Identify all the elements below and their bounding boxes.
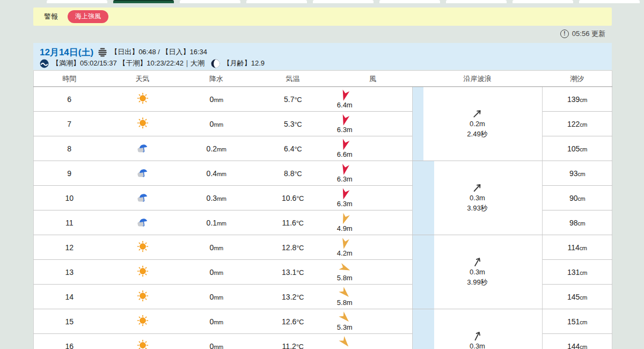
- rain-umbrella-icon: [136, 167, 149, 178]
- info-icon[interactable]: !: [560, 30, 569, 38]
- wind-speed: 6.3m: [337, 176, 353, 183]
- wind-direction-arrow: 6.3m: [306, 164, 384, 183]
- wind-cell: 4.2m: [333, 235, 413, 260]
- weather-cell: [105, 334, 180, 349]
- time-cell: 9: [34, 161, 105, 186]
- tide-wave-icon: [40, 59, 49, 68]
- tide-cell: 105cm: [543, 136, 612, 161]
- tide-times: 【満潮】05:02/15:37 【干潮】10:23/22:42｜大潮: [52, 59, 204, 68]
- forecast-row-hour-6: 6 0mm5.7°C6.4m0.2m2.49秒139cm: [34, 87, 612, 112]
- precipitation-cell: 0mm: [180, 285, 253, 309]
- top-tab[interactable]: [379, 0, 440, 3]
- time-cell: 6: [34, 87, 105, 112]
- col-header-temperature: 気温: [253, 71, 333, 87]
- wind-speed: 6.6m: [337, 151, 353, 158]
- top-tab[interactable]: [246, 0, 307, 3]
- moon-phase-icon: [211, 59, 220, 68]
- weather-cell: [105, 161, 180, 186]
- time-cell: 13: [34, 260, 105, 285]
- date-header: 12月14日(土) 【日出】06:48 / 【日入】16:34 【満潮】05:0…: [33, 43, 612, 70]
- top-tab[interactable]: [180, 0, 240, 3]
- tide-cell: 114cm: [543, 235, 612, 260]
- sun-icon: [137, 241, 149, 252]
- weather-cell: [105, 235, 180, 260]
- wind-direction-arrow: 4.2m: [306, 337, 384, 349]
- wave-direction-arrow: [471, 256, 484, 268]
- weather-cell: [105, 309, 180, 334]
- tide-cell: 93cm: [543, 161, 612, 186]
- table-header-row: 時間 天気 降水 気温 風 沿岸波浪 潮汐: [34, 71, 612, 87]
- sunrise-icon: [98, 47, 107, 57]
- precipitation-cell: 0mm: [180, 87, 253, 112]
- precipitation-cell: 0mm: [180, 309, 253, 334]
- wind-cell: 6.3m: [333, 112, 413, 136]
- weather-cell: [105, 186, 180, 210]
- sun-icon: [137, 265, 149, 277]
- wave-direction-arrow: [472, 108, 482, 119]
- tide-cell: 131cm: [543, 260, 612, 285]
- forecast-row-hour-12: 12 0mm12.8°C4.2m0.3m3.99秒114cm: [34, 235, 612, 260]
- tide-cell: 122cm: [543, 112, 612, 136]
- wind-speed: 5.3m: [337, 324, 353, 331]
- wind-direction-arrow: 6.6m: [306, 139, 384, 158]
- tide-cell: 144cm: [543, 334, 612, 349]
- top-tab-active[interactable]: [113, 0, 174, 3]
- wind-direction-arrow: 4.2m: [306, 238, 384, 257]
- col-header-tide: 潮汐: [543, 71, 612, 87]
- precipitation-cell: 0.1mm: [180, 210, 253, 235]
- time-cell: 10: [34, 186, 105, 210]
- sun-icon: [137, 315, 149, 326]
- time-cell: 16: [34, 334, 105, 349]
- wave-height: 0.3m: [470, 267, 485, 277]
- top-tab[interactable]: [446, 0, 507, 3]
- time-cell: 12: [34, 235, 105, 260]
- wind-cell: 5.3m: [333, 309, 413, 334]
- moon-age: 【月齢】12.9: [223, 59, 265, 68]
- rain-umbrella-icon: [136, 142, 149, 154]
- alert-label: 警報: [44, 12, 58, 21]
- wind-cell: 4.9m: [333, 210, 413, 235]
- weather-cell: [105, 87, 180, 112]
- wind-cell: 5.8m: [333, 260, 413, 285]
- wind-cell: 6.4m: [333, 87, 413, 112]
- wind-direction-arrow: 6.3m: [306, 114, 384, 133]
- top-tab[interactable]: [47, 0, 107, 3]
- top-tab[interactable]: [313, 0, 374, 3]
- sun-icon: [137, 117, 149, 129]
- forecast-row-hour-15: 15 0mm12.6°C5.3m0.3m4.2秒151cm: [34, 309, 612, 334]
- top-tab[interactable]: [513, 0, 573, 3]
- wind-direction-arrow: 5.8m: [306, 263, 384, 281]
- weather-cell: [105, 136, 180, 161]
- precipitation-cell: 0mm: [180, 235, 253, 260]
- tide-cell: 151cm: [543, 309, 612, 334]
- alert-badge-strong-wind[interactable]: 海上強風: [68, 10, 108, 23]
- precipitation-cell: 0mm: [180, 260, 253, 285]
- wind-cell: 6.3m: [333, 161, 413, 186]
- time-cell: 7: [34, 112, 105, 136]
- col-header-weather: 天気: [105, 71, 180, 87]
- wave-period: 3.99秒: [467, 278, 487, 287]
- precipitation-cell: 0.4mm: [180, 161, 253, 186]
- sun-icon: [137, 92, 149, 104]
- wind-speed: 6.3m: [337, 200, 353, 207]
- wind-speed: 5.8m: [337, 299, 353, 306]
- wind-cell: 6.3m: [333, 186, 413, 210]
- col-header-time: 時間: [34, 71, 105, 87]
- wind-direction-arrow: 6.3m: [306, 188, 384, 207]
- tide-cell: 145cm: [543, 285, 612, 309]
- wind-cell: 4.2m: [333, 334, 413, 349]
- wave-height: 0.3m: [470, 193, 485, 203]
- forecast-row-hour-9: 9 0.4mm8.8°C6.3m0.3m3.93秒93cm: [34, 161, 612, 186]
- weather-cell: [105, 210, 180, 235]
- wave-period: 3.93秒: [467, 203, 487, 213]
- update-time-label: 05:56 更新: [572, 29, 605, 39]
- wave-cell: 0.3m4.2秒: [413, 309, 543, 349]
- time-cell: 11: [34, 210, 105, 235]
- top-tab[interactable]: [579, 0, 640, 3]
- weather-cell: [105, 285, 180, 309]
- wind-direction-arrow: 5.3m: [306, 312, 384, 331]
- col-header-precipitation: 降水: [180, 71, 253, 87]
- precipitation-cell: 0mm: [180, 334, 253, 349]
- sunrise-sunset-times: 【日出】06:48 / 【日入】16:34: [111, 47, 207, 57]
- weather-cell: [105, 260, 180, 285]
